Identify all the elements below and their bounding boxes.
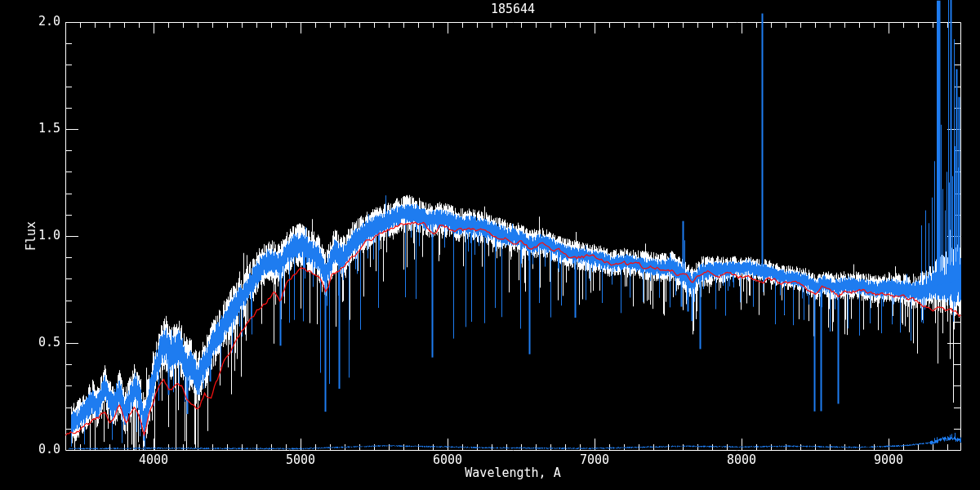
spectrum-plot-canvas [0,0,980,490]
chart-title: 185644 [65,2,960,16]
x-axis-label: Wavelength, A [65,466,960,479]
y-axis-label: Flux [24,221,38,251]
spectrum-chart: 185644 Wavelength, A Flux [0,0,980,490]
